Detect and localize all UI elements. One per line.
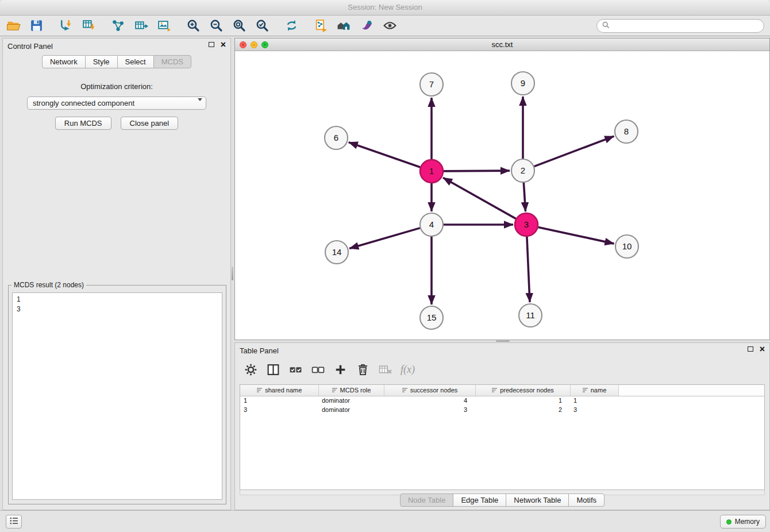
tab-edge-table[interactable]: Edge Table [453, 494, 506, 507]
show-columns-icon[interactable] [265, 362, 281, 377]
graph-edge-1-6[interactable] [349, 142, 420, 167]
select-all-checkboxes-icon[interactable] [288, 362, 303, 377]
import-network-file-icon[interactable] [58, 18, 74, 33]
control-panel: Control Panel × NetworkStyleSelectMCDS O… [2, 38, 231, 510]
close-panel-button[interactable]: Close panel [121, 117, 179, 130]
search-input[interactable] [613, 21, 759, 30]
graph-node-10[interactable]: 10 [615, 235, 638, 258]
float-panel-icon[interactable] [209, 42, 214, 47]
graph-edge-1-2[interactable] [444, 171, 510, 171]
control-panel-title: Control Panel [3, 38, 230, 51]
tab-motifs[interactable]: Motifs [568, 494, 605, 507]
minimize-window-icon[interactable]: − [251, 41, 257, 48]
save-session-icon[interactable] [29, 18, 44, 33]
table-row[interactable]: 1dominator411 [240, 396, 764, 405]
memory-button[interactable]: Memory [720, 515, 766, 529]
svg-text:9: 9 [521, 78, 525, 88]
memory-button-label: Memory [735, 518, 760, 526]
table-row[interactable]: 3dominator323 [240, 405, 764, 414]
deselect-all-checkboxes-icon[interactable] [310, 362, 326, 377]
graph-node-4[interactable]: 4 [420, 213, 443, 236]
table-panel-title: Table Panel [235, 343, 769, 355]
export-image-icon[interactable] [156, 18, 172, 33]
graph-node-15[interactable]: 15 [420, 306, 443, 329]
tab-node-table[interactable]: Node Table [400, 494, 454, 507]
clone-network-icon[interactable] [313, 18, 329, 33]
svg-text:2: 2 [521, 165, 525, 175]
column-header-mcds-role[interactable]: MCDS role [318, 385, 384, 396]
graph-edge-3-1[interactable] [443, 178, 516, 218]
function-builder-icon[interactable]: f(x) [400, 362, 415, 377]
show-panels-button[interactable] [6, 515, 22, 529]
mcds-result-item[interactable]: 1 [17, 295, 218, 304]
svg-text:10: 10 [622, 241, 632, 251]
run-mcds-button[interactable]: Run MCDS [55, 117, 111, 130]
graph-edge-2-3[interactable] [523, 183, 525, 211]
window-titlebar: Session: New Session [0, 0, 770, 16]
control-panel-tabs: NetworkStyleSelectMCDS [3, 55, 230, 68]
table-panel-tabs: Node TableEdge TableNetwork TableMotifs [235, 494, 769, 507]
table-settings-gear-icon[interactable] [243, 362, 259, 377]
graph-edge-3-11[interactable] [527, 237, 530, 302]
close-panel-icon[interactable]: × [221, 41, 226, 48]
graph-node-11[interactable]: 11 [519, 304, 542, 327]
graph-edge-3-10[interactable] [538, 227, 614, 244]
float-table-panel-icon[interactable] [748, 346, 753, 352]
tab-select[interactable]: Select [117, 55, 154, 68]
graph-node-14[interactable]: 14 [325, 241, 348, 264]
delete-row-icon[interactable] [355, 362, 371, 377]
list-icon [10, 517, 18, 526]
tab-network-table[interactable]: Network Table [506, 494, 569, 507]
table-toolbar: f(x) [243, 360, 415, 379]
zoom-out-icon[interactable] [209, 18, 224, 33]
refresh-view-icon[interactable] [284, 18, 299, 33]
column-header-shared-name[interactable]: shared name [240, 385, 318, 396]
open-file-icon[interactable] [6, 18, 21, 33]
apply-style-icon[interactable] [359, 18, 375, 33]
mcds-result-item[interactable]: 3 [17, 304, 218, 314]
svg-text:8: 8 [624, 126, 629, 136]
zoom-in-icon[interactable] [186, 18, 201, 33]
mcds-result-box: MCDS result (2 nodes) 13 [8, 285, 226, 504]
export-table-icon[interactable] [133, 18, 149, 33]
add-row-icon[interactable] [333, 362, 348, 377]
node-table: shared nameMCDS rolesuccessor nodesprede… [240, 384, 765, 490]
column-header-name[interactable]: name [570, 385, 618, 396]
dropdown-stepper-icon [193, 99, 202, 110]
network-canvas[interactable]: 7968124314101511 [235, 51, 769, 340]
tab-style[interactable]: Style [85, 55, 118, 68]
graph-edge-4-14[interactable] [349, 228, 420, 249]
graph-node-8[interactable]: 8 [615, 120, 638, 143]
svg-text:7: 7 [429, 79, 434, 89]
new-network-icon[interactable] [110, 18, 126, 33]
graph-node-3[interactable]: 3 [515, 213, 538, 236]
maximize-window-icon[interactable]: + [261, 41, 268, 48]
graph-node-2[interactable]: 2 [511, 159, 534, 182]
window-title: Session: New Session [348, 3, 422, 11]
graph-node-1[interactable]: 1 [420, 160, 443, 183]
mcds-result-list[interactable]: 13 [12, 292, 222, 500]
search-box[interactable] [596, 19, 764, 33]
network-graph[interactable]: 7968124314101511 [235, 51, 769, 340]
tab-mcds[interactable]: MCDS [153, 55, 191, 68]
column-header-successor-nodes[interactable]: successor nodes [384, 385, 475, 396]
import-table-file-icon[interactable] [81, 18, 97, 33]
close-window-icon[interactable]: × [240, 41, 247, 48]
network-window-titlebar: × − + scc.txt [235, 38, 769, 51]
network-view-window: × − + scc.txt 7968124314101511 [234, 38, 770, 340]
tab-network[interactable]: Network [42, 55, 86, 68]
graph-node-7[interactable]: 7 [420, 73, 443, 96]
delete-table-icon[interactable] [378, 362, 393, 377]
close-table-panel-icon[interactable]: × [760, 346, 765, 352]
zoom-selected-icon[interactable] [255, 18, 270, 33]
graph-edge-2-8[interactable] [534, 136, 614, 166]
svg-text:3: 3 [524, 219, 529, 229]
mcds-result-title: MCDS result (2 nodes) [11, 281, 86, 289]
criterion-dropdown[interactable]: strongly connected component [27, 97, 206, 110]
graph-node-9[interactable]: 9 [511, 72, 534, 95]
graph-node-6[interactable]: 6 [325, 126, 348, 149]
show-graphics-details-icon[interactable] [382, 18, 398, 33]
home-view-icon[interactable] [336, 18, 352, 33]
column-header-predecessor-nodes[interactable]: predecessor nodes [475, 385, 570, 396]
zoom-fit-icon[interactable] [232, 18, 247, 33]
